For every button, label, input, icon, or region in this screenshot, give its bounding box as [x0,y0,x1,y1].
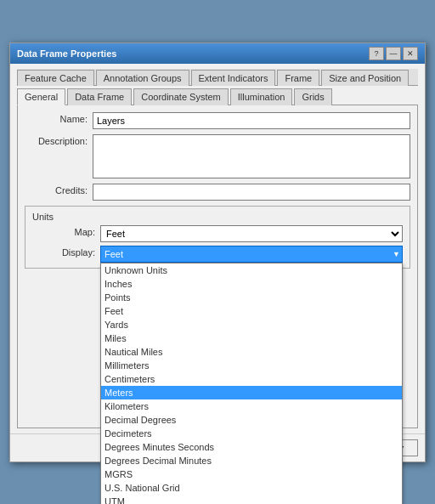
dropdown-item-us-national-grid[interactable]: U.S. National Grid [101,481,402,495]
tab-illumination[interactable]: Illumination [230,88,293,105]
display-row: Display: Feet ▼ Unknown Units Inches Poi… [32,246,403,263]
bottom-tab-row: General Data Frame Coordinate System Ill… [17,88,418,105]
close-button[interactable]: ✕ [403,47,418,60]
tab-coordinate-system[interactable]: Coordinate System [133,88,229,105]
dropdown-item-miles[interactable]: Miles [101,331,402,345]
name-input[interactable] [93,112,410,129]
credits-input[interactable] [93,184,410,201]
name-field-container [93,112,410,129]
tab-size-and-position[interactable]: Size and Position [321,70,409,86]
dropdown-list: Unknown Units Inches Points Feet Yards M… [100,263,403,505]
dialog-title: Data Frame Properties [17,48,116,59]
dropdown-item-utm[interactable]: UTM [101,495,402,505]
description-wrapper [93,134,410,178]
name-row: Name: [25,112,410,129]
map-row: Map: Feet [32,225,403,242]
display-dropdown-value[interactable]: Feet ▼ [100,246,403,263]
display-field-container: Feet ▼ Unknown Units Inches Points Feet … [100,246,403,263]
minimize-button[interactable]: — [386,47,401,60]
display-selected-text: Feet [105,249,123,259]
credits-field-container [93,184,410,201]
display-label: Display: [32,246,100,258]
tab-general[interactable]: General [17,88,65,105]
tab-extent-indicators[interactable]: Extent Indicators [191,70,276,86]
dropdown-item-inches[interactable]: Inches [101,277,402,291]
dropdown-item-centimeters[interactable]: Centimeters [101,372,402,386]
dropdown-item-unknown-units[interactable]: Unknown Units [101,263,402,277]
dropdown-arrow-icon: ▼ [393,250,400,258]
top-tab-row: Feature Cache Annotation Groups Extent I… [17,69,418,86]
help-button[interactable]: ? [369,47,384,60]
dropdown-item-degrees-decimal-minutes[interactable]: Degrees Decimal Minutes [101,454,402,467]
dropdown-item-meters[interactable]: Meters [101,386,402,399]
dropdown-item-decimeters[interactable]: Decimeters [101,427,402,440]
title-bar-buttons: ? — ✕ [369,47,418,60]
map-select[interactable]: Feet [100,225,403,242]
description-label: Description: [25,134,93,146]
tab-grids[interactable]: Grids [294,88,331,105]
dropdown-item-points[interactable]: Points [101,291,402,304]
tab-frame[interactable]: Frame [277,70,319,86]
description-input[interactable] [93,134,410,178]
units-section-label: Units [32,212,403,222]
dropdown-item-mgrs[interactable]: MGRS [101,467,402,481]
tab-data-frame[interactable]: Data Frame [67,88,132,105]
credits-row: Credits: [25,184,410,201]
description-row: Description: [25,134,410,178]
dropdown-item-yards[interactable]: Yards [101,318,402,331]
tab-annotation-groups[interactable]: Annotation Groups [96,70,189,86]
dialog-window: Data Frame Properties ? — ✕ Feature Cach… [9,42,426,462]
display-dropdown[interactable]: Feet ▼ Unknown Units Inches Points Feet … [100,246,403,263]
name-label: Name: [25,112,93,124]
tab-feature-cache[interactable]: Feature Cache [17,70,94,86]
dropdown-item-decimal-degrees[interactable]: Decimal Degrees [101,413,402,427]
dropdown-item-nautical-miles[interactable]: Nautical Miles [101,345,402,359]
dropdown-item-feet[interactable]: Feet [101,304,402,318]
credits-label: Credits: [25,184,93,195]
tab-content-general: Name: Description: Credits: [17,105,418,428]
dropdown-item-millimeters[interactable]: Millimeters [101,359,402,372]
map-label: Map: [32,225,100,237]
title-bar: Data Frame Properties ? — ✕ [10,43,425,64]
dialog-body: Feature Cache Annotation Groups Extent I… [10,64,425,433]
map-field-container: Feet [100,225,403,242]
dropdown-item-kilometers[interactable]: Kilometers [101,399,402,413]
dropdown-item-degrees-minutes-seconds[interactable]: Degrees Minutes Seconds [101,440,402,454]
units-section: Units Map: Feet Display: [25,206,410,269]
